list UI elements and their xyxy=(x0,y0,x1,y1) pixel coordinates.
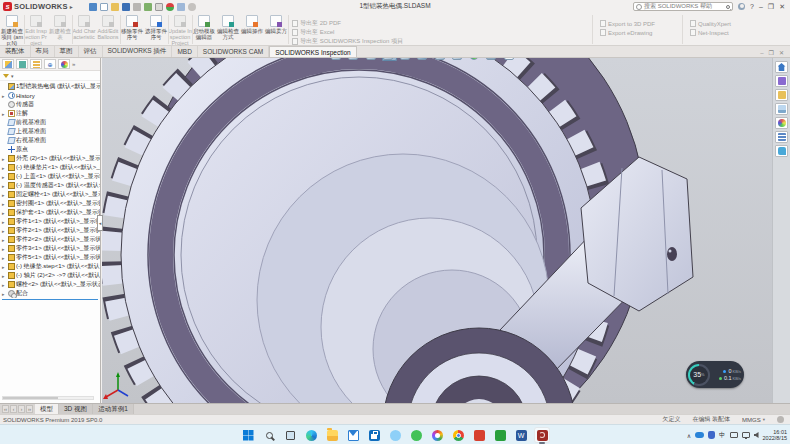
document-tab[interactable]: 运动算例1 xyxy=(93,404,134,414)
flyout-tree-collapse-tab[interactable]: ◂ xyxy=(97,215,103,231)
ribbon-button[interactable]: 编辑卖方 xyxy=(264,13,288,46)
expand-arrow-icon[interactable]: ▸ xyxy=(2,219,7,225)
command-tab[interactable]: SOLIDWORKS Inspection xyxy=(269,46,357,57)
search-button[interactable] xyxy=(261,427,277,443)
tree-item[interactable]: ▸ (-) 温度传感器<1> (默认<<默认>_ xyxy=(0,181,100,190)
ribbon-button[interactable]: Add Characteristic xyxy=(72,13,96,46)
expand-arrow-icon[interactable]: ▸ xyxy=(2,165,7,171)
command-tab[interactable]: 布局 xyxy=(31,46,55,57)
tree-item[interactable]: ▸ 零件3<1> (默认<<默认>_显示状态 xyxy=(0,244,100,253)
help-button[interactable]: ? xyxy=(750,3,754,10)
cloud-app-icon[interactable] xyxy=(387,427,403,443)
home-icon[interactable] xyxy=(89,3,97,11)
ribbon-button[interactable]: 选择零件序号 xyxy=(144,13,168,46)
graphics-viewport[interactable]: 35% 0KB/s 0.1KB/s xyxy=(102,58,772,403)
tree-item[interactable]: ▸ 保护套<1> (默认<<默认>_显示状 xyxy=(0,208,100,217)
export-menu-item[interactable]: Export eDrawing xyxy=(600,28,655,37)
tree-root-row[interactable]: ▸ 1型铠装热电偶 (默认<默认_显示状态-1> xyxy=(0,82,100,91)
export-menu-item[interactable]: Net-Inspect xyxy=(690,28,731,37)
ribbon-button[interactable]: 启动模板编辑器 xyxy=(192,13,216,46)
design-library-icon[interactable] xyxy=(775,75,788,87)
ribbon-button[interactable]: Add/Edit Balloons xyxy=(96,13,120,46)
tab-nav-prev-icon[interactable]: ‹ xyxy=(10,405,17,413)
doc-minimize-button[interactable]: – xyxy=(760,50,763,56)
tree-item[interactable]: ▸ 螺栓<2> (默认<<默认>_显示状态 xyxy=(0,280,100,289)
ribbon-button[interactable]: 移除零件序号 xyxy=(120,13,144,46)
expand-arrow-icon[interactable]: ▸ xyxy=(2,210,7,216)
expand-arrow-icon[interactable]: ▸ xyxy=(2,255,7,261)
tab-nav-first-icon[interactable]: ‹‹ xyxy=(2,405,9,413)
ribbon-button[interactable]: Update Inspection Project xyxy=(168,13,192,46)
tree-item[interactable]: ▸ (-) 绝缘垫片<1> (默认<<默认>_显示状 xyxy=(0,163,100,172)
ime-mode-indicator[interactable]: 中 xyxy=(719,431,726,440)
tree-item[interactable]: ▸ 注解 xyxy=(0,109,100,118)
tree-item[interactable]: ▸ History xyxy=(0,91,100,100)
ribbon-button[interactable]: 编辑检查方式 xyxy=(216,13,240,46)
tabs-overflow-icon[interactable]: » xyxy=(72,61,75,67)
search-icon[interactable] xyxy=(726,5,730,9)
tree-item[interactable]: ▸ 上视基准面 xyxy=(0,127,100,136)
task-view-button[interactable] xyxy=(282,427,298,443)
options-icon[interactable] xyxy=(188,3,196,11)
speaker-icon[interactable] xyxy=(754,432,759,438)
security-shield-icon[interactable] xyxy=(708,431,715,439)
solidworks-app-icon[interactable] xyxy=(534,427,550,443)
export-menu-item[interactable]: 导出至 SOLIDWORKS Inspection 项目 xyxy=(292,37,403,46)
tab-nav-last-icon[interactable]: ›› xyxy=(26,405,33,413)
clock[interactable]: 16:01 2022/8/15 xyxy=(763,429,787,442)
expand-arrow-icon[interactable]: ▸ xyxy=(2,237,7,243)
expand-arrow-icon[interactable]: ▸ xyxy=(2,156,7,162)
green-app-icon[interactable] xyxy=(408,427,424,443)
tree-item[interactable]: ▸ 传感器 xyxy=(0,100,100,109)
export-menu-item[interactable]: Export to 3D PDF xyxy=(600,19,655,28)
expand-arrow-icon[interactable]: ▸ xyxy=(2,246,7,252)
filter-dropdown-icon[interactable]: ▾ xyxy=(11,73,14,79)
tree-item[interactable]: ▸ 外壳 (2)<1> (默认<<默认>_显示状 xyxy=(0,154,100,163)
export-menu-item[interactable]: QualityXpert xyxy=(690,19,731,28)
tree-item[interactable]: ▸ 固定螺栓<1> (默认<<默认>_显示状 xyxy=(0,190,100,199)
store-icon[interactable] xyxy=(366,427,382,443)
tree-item[interactable]: ▸ (-) 绝缘垫.step<1> (默认<<默认> xyxy=(0,262,100,271)
appearances-icon[interactable] xyxy=(775,117,788,129)
file-explorer-icon[interactable] xyxy=(324,427,340,443)
tab-property-manager[interactable] xyxy=(16,59,28,69)
tree-item[interactable]: ▸ (-) 轴片 (2)<2> ->? (默认<<默认> xyxy=(0,271,100,280)
ribbon-button[interactable]: 新建检查表 xyxy=(48,13,72,46)
export-menu-item[interactable]: 导出至 Excel xyxy=(292,28,403,37)
wps-app-icon[interactable] xyxy=(492,427,508,443)
close-button[interactable]: ✕ xyxy=(779,3,785,10)
tree-item[interactable]: ▸ 原点 xyxy=(0,145,100,154)
units-selector[interactable]: MMGS ▾ xyxy=(742,417,765,423)
tree-horizontal-scrollbar[interactable] xyxy=(2,396,94,400)
3d-model-canvas[interactable] xyxy=(102,58,772,403)
tree-item[interactable]: ▸ 前视基准面 xyxy=(0,118,100,127)
expand-arrow-icon[interactable]: ▸ xyxy=(2,282,7,288)
select-icon[interactable] xyxy=(155,3,163,11)
tab-configuration-manager[interactable] xyxy=(30,59,42,69)
ribbon-button[interactable]: 编辑操作 xyxy=(240,13,264,46)
chrome-icon[interactable] xyxy=(450,427,466,443)
tree-filter-row[interactable]: ▾ xyxy=(0,71,100,81)
doc-close-button[interactable]: ✕ xyxy=(779,49,784,56)
tree-item[interactable]: ▸ 零件2<1> (默认<<默认>_显示状态 xyxy=(0,226,100,235)
expand-arrow-icon[interactable]: ▸ xyxy=(2,93,7,99)
user-account-icon[interactable] xyxy=(738,3,745,10)
command-tab[interactable]: SOLIDWORKS 插件 xyxy=(103,46,173,57)
forum-icon[interactable] xyxy=(775,145,788,157)
restore-button[interactable]: ❐ xyxy=(768,3,774,10)
document-tab[interactable]: 模型 xyxy=(35,404,59,414)
custom-properties-icon[interactable] xyxy=(775,131,788,143)
document-tab[interactable]: 3D 视图 xyxy=(59,404,93,414)
expand-arrow-icon[interactable]: ▸ xyxy=(2,111,7,117)
export-menu-item[interactable]: 导出至 2D PDF xyxy=(292,19,403,28)
command-tab[interactable]: 装配体 xyxy=(0,46,31,57)
file-explorer-icon[interactable] xyxy=(775,89,788,101)
file-properties-icon[interactable] xyxy=(177,3,185,11)
ribbon-button[interactable]: Edit Inspection Project xyxy=(24,13,48,46)
mail-icon[interactable] xyxy=(345,427,361,443)
new-doc-icon[interactable] xyxy=(100,3,108,11)
expand-arrow-icon[interactable]: ▸ xyxy=(2,273,7,279)
doc-restore-button[interactable]: ❐ xyxy=(769,49,774,56)
tree-item[interactable]: ▸ 右视基准面 xyxy=(0,136,100,145)
view-palette-icon[interactable] xyxy=(775,103,788,115)
